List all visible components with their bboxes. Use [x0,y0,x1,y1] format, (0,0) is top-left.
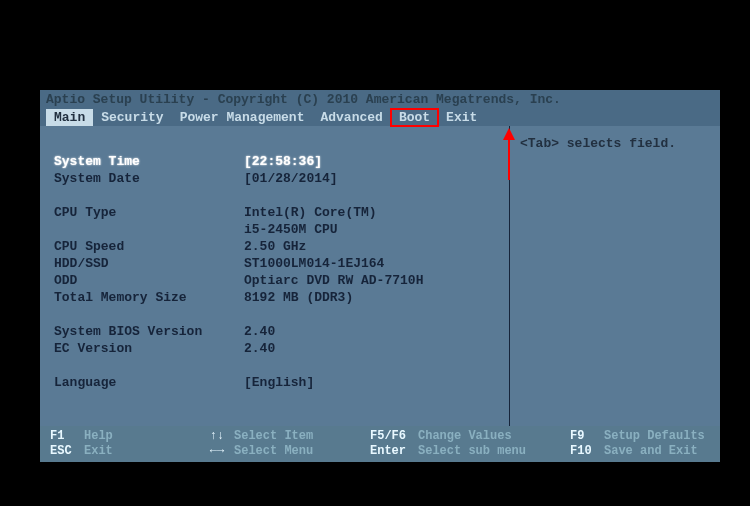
tab-exit[interactable]: Exit [438,109,485,126]
label-cpu-type: CPU Type [54,204,244,221]
label-odd: ODD [54,272,244,289]
label-system-time: System Time [54,153,244,170]
key-esc: ESC [50,444,84,459]
key-enter: Enter [370,444,418,459]
value-hdd-ssd: ST1000LM014-1EJ164 [244,255,495,272]
action-help: Help [84,429,113,443]
footer-enter: EnterSelect sub menu [370,444,570,459]
value-cpu-speed: 2.50 GHz [244,238,495,255]
row-cpu-type: CPU Type Intel(R) Core(TM) [54,204,495,221]
row-cpu-type-2: i5-2450M CPU [54,221,495,238]
footer-esc: ESCExit [50,444,200,459]
action-select-menu: Select Menu [234,444,313,458]
value-ec-version: 2.40 [244,340,495,357]
tab-boot[interactable]: Boot [391,109,438,126]
tab-power-management[interactable]: Power Management [172,109,313,126]
bios-header: Aptio Setup Utility - Copyright (C) 2010… [40,90,720,109]
tab-advanced[interactable]: Advanced [312,109,390,126]
row-language[interactable]: Language [English] [54,374,495,391]
bios-tabs: Main Security Power Management Advanced … [40,109,720,126]
bios-screen: Aptio Setup Utility - Copyright (C) 2010… [40,90,720,460]
tab-main[interactable]: Main [46,109,93,126]
label-total-memory: Total Memory Size [54,289,244,306]
row-total-memory: Total Memory Size 8192 MB (DDR3) [54,289,495,306]
label-hdd-ssd: HDD/SSD [54,255,244,272]
label-ec-version: EC Version [54,340,244,357]
footer-keys: F1Help ↑↓Select Item F5/F6Change Values … [40,426,720,462]
value-system-date[interactable]: [01/28/2014] [244,170,495,187]
value-total-memory: 8192 MB (DDR3) [244,289,495,306]
footer-leftright: ←→Select Menu [200,444,370,459]
value-cpu-type-1: Intel(R) Core(TM) [244,204,495,221]
label-cpu-speed: CPU Speed [54,238,244,255]
action-select-submenu: Select sub menu [418,444,526,458]
key-f10: F10 [570,444,604,459]
footer-f1: F1Help [50,429,200,444]
info-panel: System Time [22:58:36] System Date [01/2… [40,126,510,426]
row-odd: ODD Optiarc DVD RW AD-7710H [54,272,495,289]
action-setup-defaults: Setup Defaults [604,429,705,443]
value-odd: Optiarc DVD RW AD-7710H [244,272,495,289]
label-language: Language [54,374,244,391]
action-select-item: Select Item [234,429,313,443]
action-change-values: Change Values [418,429,512,443]
row-hdd-ssd: HDD/SSD ST1000LM014-1EJ164 [54,255,495,272]
value-bios-version: 2.40 [244,323,495,340]
bios-body: System Time [22:58:36] System Date [01/2… [40,126,720,426]
footer-updown: ↑↓Select Item [200,429,370,444]
action-exit: Exit [84,444,113,458]
help-panel: <Tab> selects field. [510,126,720,426]
help-text: <Tab> selects field. [520,136,710,151]
key-f5f6: F5/F6 [370,429,418,444]
key-f1: F1 [50,429,84,444]
row-ec-version: EC Version 2.40 [54,340,495,357]
tab-security[interactable]: Security [93,109,171,126]
label-bios-version: System BIOS Version [54,323,244,340]
value-cpu-type-2: i5-2450M CPU [244,221,495,238]
label-system-date: System Date [54,170,244,187]
updown-icon: ↑↓ [200,429,234,444]
footer-f5f6: F5/F6Change Values [370,429,570,444]
key-f9: F9 [570,429,604,444]
row-cpu-speed: CPU Speed 2.50 GHz [54,238,495,255]
leftright-icon: ←→ [200,444,234,459]
row-system-date[interactable]: System Date [01/28/2014] [54,170,495,187]
value-language[interactable]: [English] [244,374,495,391]
value-system-time[interactable]: [22:58:36] [244,153,495,170]
footer-f9: F9Setup Defaults [570,429,710,444]
row-bios-version: System BIOS Version 2.40 [54,323,495,340]
row-system-time[interactable]: System Time [22:58:36] [54,153,495,170]
footer-f10: F10Save and Exit [570,444,710,459]
action-save-exit: Save and Exit [604,444,698,458]
